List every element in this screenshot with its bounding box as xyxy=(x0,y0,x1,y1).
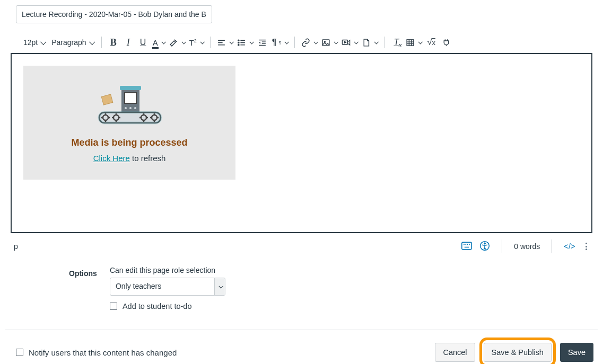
chevron-down-icon xyxy=(374,40,379,44)
text-color-icon: A xyxy=(153,38,158,47)
chevron-down-icon xyxy=(314,40,318,44)
svg-point-26 xyxy=(129,107,132,109)
indent-button[interactable] xyxy=(255,35,270,50)
image-button[interactable] xyxy=(319,35,339,50)
chevron-down-icon xyxy=(285,40,289,44)
toolbar-separator xyxy=(384,37,384,48)
equation-button[interactable]: √x xyxy=(424,35,439,50)
alignment-button[interactable] xyxy=(215,35,235,50)
chevron-down-icon xyxy=(418,40,423,44)
svg-point-3 xyxy=(238,40,239,41)
svg-rect-13 xyxy=(322,39,329,45)
media-processing-heading: Media is being processed xyxy=(34,137,225,148)
svg-point-4 xyxy=(238,42,239,43)
svg-rect-35 xyxy=(462,242,471,249)
conveyor-icon xyxy=(90,81,169,134)
svg-point-27 xyxy=(134,107,136,109)
notify-users-option[interactable]: Notify users that this content has chang… xyxy=(16,348,177,357)
chevron-down-icon xyxy=(40,39,46,45)
chevron-down-icon xyxy=(229,40,233,44)
underline-button[interactable]: U xyxy=(136,35,151,50)
font-size-select[interactable]: 12pt xyxy=(20,35,48,50)
toolbar-separator xyxy=(294,37,295,48)
svg-point-5 xyxy=(238,44,239,45)
page-footer: Notify users that this content has chang… xyxy=(5,330,598,364)
font-size-label: 12pt xyxy=(23,38,38,47)
page-title-input[interactable] xyxy=(16,5,212,23)
clear-format-button[interactable]: T✕ xyxy=(389,35,404,50)
link-icon xyxy=(301,38,310,47)
html-view-button[interactable]: </> xyxy=(564,242,575,251)
editor-body[interactable]: Media is being processed Click Here to r… xyxy=(11,53,592,233)
notify-users-label: Notify users that this content has chang… xyxy=(29,348,177,357)
document-icon xyxy=(362,38,371,47)
text-color-button[interactable]: A xyxy=(151,35,167,50)
role-select-toggle[interactable] xyxy=(214,278,225,295)
keyboard-shortcuts-icon[interactable] xyxy=(461,242,472,252)
embed-button[interactable] xyxy=(439,35,453,50)
word-count: 0 words xyxy=(514,242,540,251)
svg-rect-17 xyxy=(407,39,414,45)
save-and-publish-button[interactable]: Save & Publish xyxy=(484,343,552,362)
block-format-select[interactable]: Paragraph xyxy=(48,35,97,50)
checkbox-icon xyxy=(16,349,23,356)
image-icon xyxy=(321,38,330,47)
table-button[interactable] xyxy=(404,35,424,50)
chevron-down-icon xyxy=(354,40,359,44)
toolbar-separator xyxy=(210,37,211,48)
save-publish-highlight: Save & Publish xyxy=(479,338,556,364)
svg-rect-24 xyxy=(125,93,136,103)
svg-rect-23 xyxy=(120,86,141,90)
svg-point-25 xyxy=(125,107,127,109)
square-root-icon: √x xyxy=(427,38,435,47)
align-left-icon xyxy=(217,38,226,47)
role-select-value: Only teachers xyxy=(110,278,214,295)
options-section: Options Can edit this page role selectio… xyxy=(69,266,598,310)
bold-button[interactable]: B xyxy=(106,35,121,50)
element-path[interactable]: p xyxy=(14,242,18,251)
plug-icon xyxy=(442,38,451,47)
add-to-todo-label: Add to student to-do xyxy=(123,302,192,310)
media-refresh-suffix: to refresh xyxy=(130,154,166,163)
media-refresh-line: Click Here to refresh xyxy=(34,154,225,163)
media-refresh-link[interactable]: Click Here xyxy=(93,154,130,163)
save-button[interactable]: Save xyxy=(560,343,593,362)
add-to-todo-option[interactable]: Add to student to-do xyxy=(110,302,225,310)
paragraph-icon: ¶ xyxy=(272,37,277,48)
svg-point-42 xyxy=(484,243,486,244)
editor-status-bar: p 0 words </> xyxy=(11,239,592,253)
chevron-down-icon xyxy=(200,40,204,44)
cancel-button[interactable]: Cancel xyxy=(435,343,475,362)
italic-button[interactable]: I xyxy=(121,35,136,50)
highlight-color-button[interactable] xyxy=(167,35,187,50)
status-separator xyxy=(552,239,552,253)
editor-toolbar: 12pt Paragraph B I U A T2 ¶¶ xyxy=(5,33,598,53)
options-heading: Options xyxy=(69,269,97,278)
media-placeholder-card: Media is being processed Click Here to r… xyxy=(23,66,235,180)
svg-marker-16 xyxy=(345,41,346,43)
media-icon xyxy=(342,38,351,47)
superscript-button[interactable]: T2 xyxy=(187,35,206,50)
more-options-icon[interactable] xyxy=(583,243,589,250)
role-select-label: Can edit this page role selection xyxy=(110,266,225,274)
text-direction-button[interactable]: ¶¶ xyxy=(270,35,290,50)
table-icon xyxy=(406,38,415,47)
accessibility-checker-icon[interactable] xyxy=(479,241,490,253)
status-separator xyxy=(502,239,502,253)
list-button[interactable] xyxy=(235,35,255,50)
bullet-list-icon xyxy=(237,38,246,47)
chevron-down-icon xyxy=(161,40,165,44)
superscript-icon: T2 xyxy=(189,38,197,47)
chevron-down-icon xyxy=(334,40,338,44)
checkbox-icon xyxy=(110,303,117,310)
toolbar-separator xyxy=(101,37,102,48)
chevron-down-icon xyxy=(249,40,254,44)
link-button[interactable] xyxy=(299,35,319,50)
document-button[interactable] xyxy=(360,35,380,50)
role-select[interactable]: Only teachers xyxy=(110,278,225,296)
chevron-down-icon xyxy=(219,284,223,288)
highlight-icon xyxy=(169,38,178,47)
media-button[interactable] xyxy=(339,35,360,50)
svg-rect-28 xyxy=(101,94,113,105)
clear-format-icon: T✕ xyxy=(394,38,399,47)
